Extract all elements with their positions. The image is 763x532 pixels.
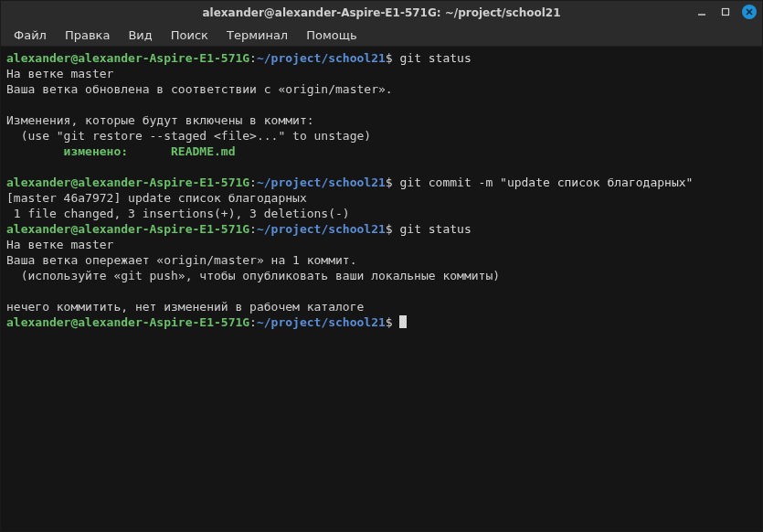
prompt-dollar: $ — [386, 315, 400, 329]
menu-file[interactable]: Файл — [6, 27, 54, 44]
prompt-dollar: $ — [386, 51, 400, 65]
output-line: (используйте «git push», чтобы опубликов… — [6, 269, 500, 282]
prompt-cwd: ~/project/school21 — [257, 315, 386, 329]
output-line: нечего коммитить, нет изменений в рабоче… — [6, 300, 364, 314]
menu-view[interactable]: Вид — [121, 27, 159, 44]
prompt-dollar: $ — [386, 222, 400, 236]
output-line: 1 file changed, 3 insertions(+), 3 delet… — [6, 207, 350, 220]
menu-search[interactable]: Поиск — [164, 27, 216, 44]
output-line: На ветке master — [6, 238, 113, 251]
output-line: Изменения, которые будут включены в комм… — [6, 113, 314, 127]
command-1: git status — [399, 51, 471, 65]
prompt-colon: : — [249, 315, 257, 329]
command-3: git status — [399, 222, 471, 236]
menu-edit[interactable]: Правка — [58, 27, 117, 44]
terminal-window: alexander@alexander-Aspire-E1-571G: ~/pr… — [0, 0, 763, 532]
output-line: На ветке master — [6, 67, 113, 80]
window-controls — [694, 5, 757, 19]
titlebar: alexander@alexander-Aspire-E1-571G: ~/pr… — [1, 1, 762, 25]
cursor-icon — [399, 315, 407, 328]
output-line: Ваша ветка опережает «origin/master» на … — [6, 253, 357, 267]
staged-file: README.md — [171, 144, 235, 158]
prompt-colon: : — [249, 51, 257, 65]
menubar: Файл Правка Вид Поиск Терминал Помощь — [1, 25, 762, 47]
terminal-body[interactable]: alexander@alexander-Aspire-E1-571G:~/pro… — [1, 47, 762, 531]
prompt-colon: : — [249, 222, 257, 236]
prompt-userhost: alexander@alexander-Aspire-E1-571G — [6, 315, 249, 329]
prompt-userhost: alexander@alexander-Aspire-E1-571G — [6, 176, 249, 189]
output-line: [master 46a7972] update список благодарн… — [6, 191, 307, 205]
output-line: (use "git restore --staged <file>..." to… — [6, 129, 371, 143]
minimize-button[interactable] — [694, 5, 709, 19]
prompt-dollar: $ — [386, 176, 400, 189]
close-button[interactable] — [742, 5, 757, 19]
svg-rect-1 — [723, 9, 729, 16]
prompt-cwd: ~/project/school21 — [257, 176, 386, 189]
prompt-userhost: alexander@alexander-Aspire-E1-571G — [6, 222, 249, 236]
output-line: Ваша ветка обновлена в соответствии с «o… — [6, 82, 393, 96]
menu-terminal[interactable]: Терминал — [219, 27, 295, 44]
staged-label: изменено: — [6, 144, 171, 158]
prompt-cwd: ~/project/school21 — [257, 222, 386, 236]
prompt-cwd: ~/project/school21 — [257, 51, 386, 65]
prompt-colon: : — [249, 176, 257, 189]
command-2: git commit -m "update список благодарных… — [399, 176, 693, 189]
window-title: alexander@alexander-Aspire-E1-571G: ~/pr… — [202, 6, 560, 19]
menu-help[interactable]: Помощь — [299, 27, 364, 44]
prompt-userhost: alexander@alexander-Aspire-E1-571G — [6, 51, 249, 65]
maximize-button[interactable] — [718, 5, 733, 19]
